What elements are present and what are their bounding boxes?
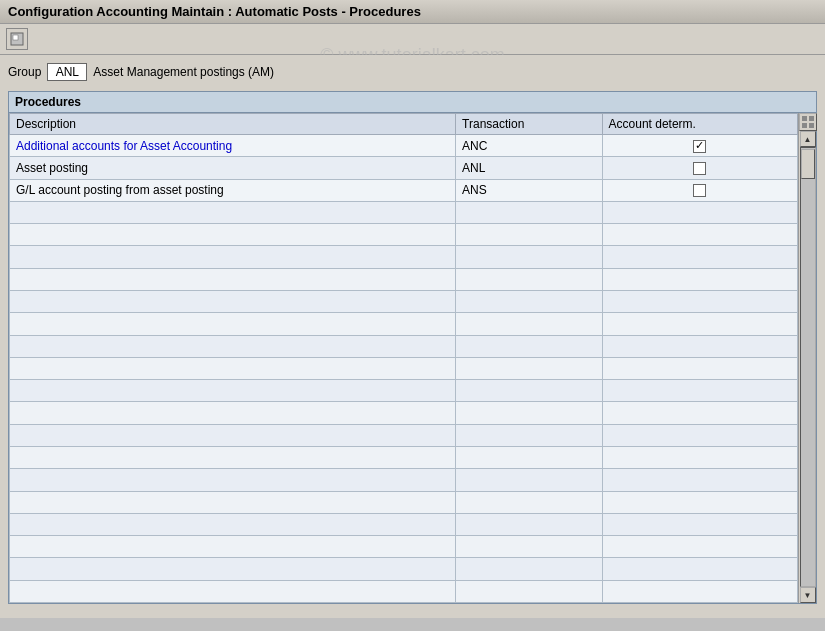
- group-description: Asset Management postings (AM): [93, 65, 274, 79]
- transaction-cell: ANS: [456, 179, 602, 201]
- empty-row: [10, 446, 798, 468]
- empty-row: [10, 313, 798, 335]
- empty-row: [10, 246, 798, 268]
- checkbox-unchecked[interactable]: [693, 184, 706, 197]
- description-cell: G/L account posting from asset posting: [10, 179, 456, 201]
- scroll-up-button[interactable]: ▲: [800, 131, 816, 147]
- procedures-table: Description Transaction Account determ. …: [9, 113, 798, 603]
- transaction-cell: ANC: [456, 135, 602, 157]
- empty-row: [10, 201, 798, 223]
- empty-row: [10, 469, 798, 491]
- table-row: G/L account posting from asset postingAN…: [10, 179, 798, 201]
- empty-row: [10, 268, 798, 290]
- empty-row: [10, 402, 798, 424]
- svg-rect-1: [13, 35, 18, 40]
- title-text: Configuration Accounting Maintain : Auto…: [8, 4, 421, 19]
- scroll-track: [800, 147, 816, 587]
- svg-rect-4: [802, 123, 807, 128]
- account-determ-cell[interactable]: [602, 157, 797, 179]
- empty-row: [10, 335, 798, 357]
- table-row: Asset postingANL: [10, 157, 798, 179]
- main-content: Group ANL Asset Management postings (AM)…: [0, 55, 825, 618]
- account-determ-cell[interactable]: [602, 135, 797, 157]
- empty-row: [10, 380, 798, 402]
- col-account-determ: Account determ.: [602, 114, 797, 135]
- description-cell: Asset posting: [10, 157, 456, 179]
- procedures-panel: Procedures Description Transaction Accou…: [8, 91, 817, 604]
- empty-row: [10, 536, 798, 558]
- group-label: Group: [8, 65, 41, 79]
- empty-row: [10, 357, 798, 379]
- col-description: Description: [10, 114, 456, 135]
- account-determ-cell[interactable]: [602, 179, 797, 201]
- svg-rect-5: [809, 123, 814, 128]
- procedures-table-wrapper: Description Transaction Account determ. …: [9, 113, 816, 603]
- toolbar-icon-1[interactable]: [6, 28, 28, 50]
- empty-row: [10, 558, 798, 580]
- scroll-thumb[interactable]: [801, 149, 815, 179]
- empty-row: [10, 491, 798, 513]
- empty-row: [10, 224, 798, 246]
- group-value: ANL: [47, 63, 87, 81]
- checkbox-checked[interactable]: [693, 140, 706, 153]
- group-row: Group ANL Asset Management postings (AM): [8, 63, 817, 81]
- description-link[interactable]: Additional accounts for Asset Accounting: [16, 139, 232, 153]
- scrollbar: ▲ ▼: [798, 113, 816, 603]
- empty-row: [10, 424, 798, 446]
- description-cell[interactable]: Additional accounts for Asset Accounting: [10, 135, 456, 157]
- empty-row: [10, 290, 798, 312]
- title-bar: Configuration Accounting Maintain : Auto…: [0, 0, 825, 24]
- empty-row: [10, 580, 798, 602]
- checkbox-unchecked[interactable]: [693, 162, 706, 175]
- transaction-cell: ANL: [456, 157, 602, 179]
- empty-row: [10, 513, 798, 535]
- column-chooser-button[interactable]: [799, 113, 817, 131]
- procedures-title: Procedures: [9, 92, 816, 113]
- svg-rect-2: [802, 116, 807, 121]
- toolbar: © www.tutorialkart.com: [0, 24, 825, 55]
- scroll-down-button[interactable]: ▼: [800, 587, 816, 603]
- svg-rect-3: [809, 116, 814, 121]
- col-transaction: Transaction: [456, 114, 602, 135]
- table-row: Additional accounts for Asset Accounting…: [10, 135, 798, 157]
